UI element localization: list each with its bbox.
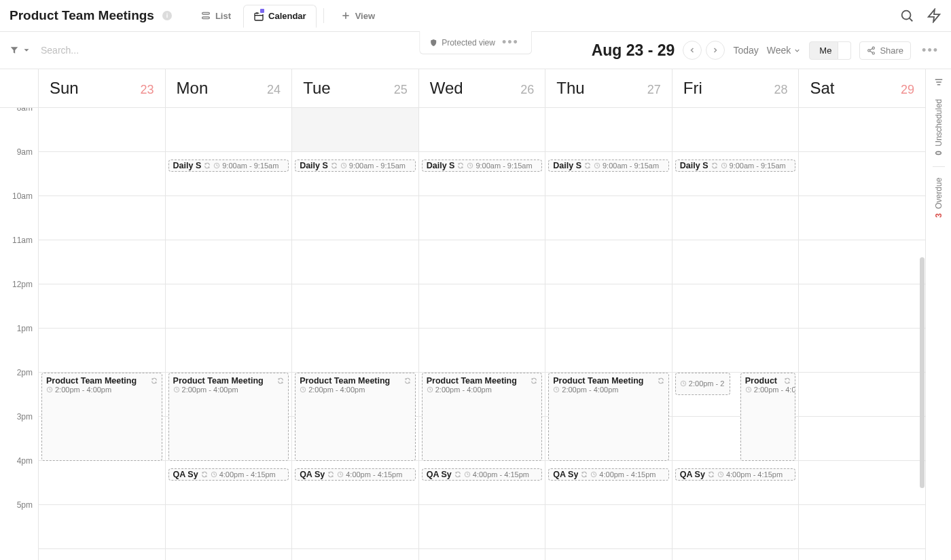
calendar-event[interactable]: Product Team Meeting2:00pm - 4:00pm <box>295 373 416 461</box>
calendar-event[interactable]: QA Sy4:00pm - 4:15pm <box>422 468 543 481</box>
hour-cell[interactable] <box>545 461 672 505</box>
hour-cell[interactable] <box>39 152 165 196</box>
hour-cell[interactable] <box>672 152 799 196</box>
prev-button[interactable] <box>683 41 702 60</box>
hour-cell[interactable] <box>799 417 925 461</box>
hour-cell[interactable] <box>39 461 165 505</box>
protected-more-icon[interactable]: ••• <box>499 35 522 50</box>
hour-cell[interactable] <box>545 329 672 373</box>
hour-cell[interactable] <box>292 284 418 329</box>
hour-cell[interactable] <box>419 196 545 240</box>
range-selector[interactable]: Week <box>767 45 802 56</box>
hour-cell[interactable] <box>419 329 545 373</box>
hour-cell[interactable] <box>799 373 925 417</box>
protected-view-pill[interactable]: Protected view ••• <box>419 31 532 54</box>
hour-cell[interactable] <box>545 196 672 240</box>
day-column[interactable]: Daily S9:00am - 9:15am2:00pm - 2Product2… <box>672 108 799 560</box>
calendar-event[interactable]: Product Team Meeting2:00pm - 4:00pm <box>548 373 669 461</box>
sort-icon[interactable] <box>933 76 945 88</box>
calendar-event[interactable]: Daily S9:00am - 9:15am <box>675 160 796 172</box>
info-icon[interactable]: i <box>162 11 172 20</box>
calendar-event[interactable]: Daily S9:00am - 9:15am <box>168 160 289 172</box>
hour-cell[interactable] <box>672 505 799 549</box>
hour-cell[interactable] <box>39 284 165 329</box>
day-column[interactable] <box>798 108 925 560</box>
hour-cell[interactable] <box>799 108 925 152</box>
hour-cell[interactable] <box>39 329 165 373</box>
calendar-event[interactable]: QA Sy4:00pm - 4:15pm <box>548 468 669 481</box>
hour-cell[interactable] <box>545 152 672 196</box>
hour-cell[interactable] <box>799 152 925 196</box>
hour-cell[interactable] <box>292 196 418 240</box>
share-button[interactable]: Share <box>859 41 911 60</box>
day-column[interactable]: Daily S9:00am - 9:15amProduct Team Meeti… <box>165 108 292 560</box>
calendar-event[interactable]: Product2:00pm - 4:00pm <box>740 373 796 461</box>
hour-cell[interactable] <box>419 152 545 196</box>
hour-cell[interactable] <box>419 284 545 329</box>
day-column[interactable]: Daily S9:00am - 9:15amProduct Team Meeti… <box>545 108 672 560</box>
hour-cell[interactable] <box>166 108 292 152</box>
day-column[interactable]: Daily S9:00am - 9:15amProduct Team Meeti… <box>291 108 418 560</box>
hour-cell[interactable] <box>545 505 672 549</box>
overdue-button[interactable]: 3 Overdue <box>934 178 944 218</box>
day-column[interactable]: Product Team Meeting2:00pm - 4:00pm <box>38 108 165 560</box>
filter-button[interactable] <box>10 45 31 55</box>
hour-cell[interactable] <box>39 196 165 240</box>
hour-cell[interactable] <box>166 329 292 373</box>
hour-cell[interactable] <box>672 196 799 240</box>
calendar-event[interactable]: QA Sy4:00pm - 4:15pm <box>675 468 796 481</box>
hour-cell[interactable] <box>166 196 292 240</box>
hour-cell[interactable] <box>672 108 799 152</box>
hour-cell[interactable] <box>545 240 672 284</box>
hour-cell[interactable] <box>799 505 925 549</box>
hour-cell[interactable] <box>292 152 418 196</box>
hour-cell[interactable] <box>799 240 925 284</box>
toolbar-more-button[interactable]: ••• <box>919 43 941 58</box>
hour-cell[interactable] <box>799 461 925 505</box>
hour-cell[interactable] <box>545 108 672 152</box>
calendar-grid-scroll[interactable]: 8am9am10am11am12pm1pm2pm3pm4pm5pm Produc… <box>0 108 925 560</box>
hour-cell[interactable] <box>292 329 418 373</box>
hour-cell[interactable] <box>672 284 799 329</box>
calendar-event[interactable]: Daily S9:00am - 9:15am <box>295 160 416 172</box>
calendar-event[interactable]: Daily S9:00am - 9:15am <box>422 160 543 172</box>
calendar-event[interactable]: Product Team Meeting2:00pm - 4:00pm <box>422 373 543 461</box>
hour-cell[interactable] <box>292 461 418 505</box>
unscheduled-button[interactable]: 0 Unscheduled <box>934 99 944 155</box>
hour-cell[interactable] <box>419 240 545 284</box>
tab-calendar[interactable]: Calendar <box>243 5 317 28</box>
calendar-event[interactable]: Product Team Meeting2:00pm - 4:00pm <box>168 373 289 461</box>
me-filter-button[interactable]: Me <box>809 41 838 60</box>
calendar-event[interactable]: QA Sy4:00pm - 4:15pm <box>295 468 416 481</box>
hour-cell[interactable] <box>166 505 292 549</box>
scrollbar[interactable] <box>920 257 925 488</box>
tab-list[interactable]: List <box>191 5 240 26</box>
hour-cell[interactable] <box>39 240 165 284</box>
calendar-event[interactable]: 2:00pm - 2 <box>675 373 731 395</box>
search-icon[interactable] <box>899 8 914 23</box>
hour-cell[interactable] <box>166 152 292 196</box>
day-column[interactable]: Daily S9:00am - 9:15amProduct Team Meeti… <box>418 108 545 560</box>
hour-cell[interactable] <box>419 505 545 549</box>
add-view-button[interactable]: View <box>331 5 384 26</box>
team-filter-button[interactable] <box>838 41 851 60</box>
hour-cell[interactable] <box>166 284 292 329</box>
hour-cell[interactable] <box>799 196 925 240</box>
search-input[interactable] <box>39 44 202 56</box>
today-button[interactable]: Today <box>733 45 758 56</box>
next-button[interactable] <box>706 41 725 60</box>
hour-cell[interactable] <box>166 240 292 284</box>
hour-cell[interactable] <box>672 240 799 284</box>
hour-cell[interactable] <box>39 108 165 152</box>
hour-cell[interactable] <box>419 108 545 152</box>
hour-cell[interactable] <box>799 284 925 329</box>
hour-cell[interactable] <box>166 461 292 505</box>
hour-cell[interactable] <box>672 329 799 373</box>
calendar-event[interactable]: Product Team Meeting2:00pm - 4:00pm <box>41 373 162 461</box>
calendar-event[interactable]: QA Sy4:00pm - 4:15pm <box>168 468 289 481</box>
hour-cell[interactable] <box>545 284 672 329</box>
hour-cell[interactable] <box>672 461 799 505</box>
hour-cell[interactable] <box>419 461 545 505</box>
hour-cell[interactable] <box>799 329 925 373</box>
bolt-icon[interactable] <box>927 8 941 23</box>
